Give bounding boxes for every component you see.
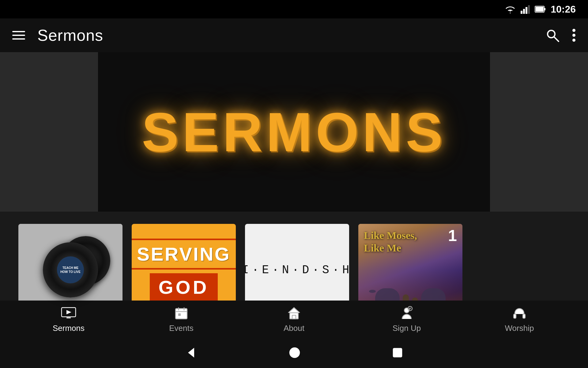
svg-line-8 [554,37,559,41]
signal-icon [521,5,530,14]
svg-point-9 [572,29,575,32]
bottom-nav: Sermons Events About [0,301,588,337]
person-speech-icon [400,306,414,320]
recent-apps-button[interactable] [392,347,403,358]
elephant-trunk-right [462,278,462,281]
page-title: Sermons [37,26,103,44]
svg-rect-0 [521,11,522,14]
svg-rect-1 [523,9,525,14]
back-button[interactable] [185,347,197,359]
nav-item-sermons[interactable]: Sermons [12,305,125,333]
search-button[interactable] [545,28,560,43]
nav-item-signup[interactable]: Sign Up [350,305,463,333]
svg-rect-30 [393,348,402,357]
headphones-icon [512,306,526,320]
signup-nav-label: Sign Up [393,324,421,333]
home-button[interactable] [289,347,300,358]
serving-text: SERVING [137,243,231,265]
vinyl-main: TEACH ME HOW TO LIVE [43,242,98,297]
system-nav-bar [0,337,588,368]
menu-button[interactable] [12,31,25,40]
hero-banner: SERMONS [0,52,588,212]
hero-title: SERMONS [142,100,446,164]
svg-rect-2 [526,7,527,14]
play-screen-icon [61,307,76,319]
god-filled-box: GOD [150,273,217,301]
more-vertical-icon [572,28,576,43]
about-nav-icon [286,305,302,321]
vinyl-label: TEACH ME HOW TO LIVE [57,256,84,283]
svg-point-10 [572,34,575,37]
worship-nav-icon [511,305,527,321]
elephant-trunk [369,290,376,293]
svg-marker-28 [188,348,194,358]
hero-side-right [490,52,588,212]
svg-rect-5 [544,8,545,10]
status-time: 10:26 [551,4,576,15]
svg-rect-27 [523,314,525,318]
app-bar-right [545,28,576,43]
app-bar-left: Sermons [12,26,103,44]
svg-rect-26 [514,314,516,318]
back-icon [185,347,197,359]
signup-nav-icon [399,305,415,321]
svg-rect-6 [536,7,544,12]
svg-point-11 [572,39,575,42]
friendship-text: F·R·I·E·N·D·S·H·I·P [245,263,349,277]
svg-rect-3 [528,5,530,14]
moses-title-text: Like Moses,Like Me [364,229,457,255]
status-icons: 10:26 [505,4,576,15]
moses-title-wrapper: Like Moses,Like Me 1 [364,229,457,255]
nav-item-events[interactable]: Events [125,305,238,333]
nav-item-about[interactable]: About [238,305,350,333]
search-icon [545,28,560,43]
svg-rect-15 [175,309,187,319]
sermons-nav-label: Sermons [53,324,85,333]
svg-marker-13 [66,310,71,314]
recent-apps-icon [392,347,403,358]
home-icon [287,306,301,320]
moses-episode-number: 1 [448,226,457,245]
svg-rect-19 [178,313,181,316]
svg-point-29 [290,348,300,358]
events-nav-icon [173,305,189,321]
hamburger-line [12,35,25,36]
hero-side-left [0,52,98,212]
sermons-nav-icon [61,305,77,321]
home-circle-icon [289,347,300,358]
battery-icon [535,5,546,13]
status-bar: 10:26 [0,0,588,18]
wifi-icon [505,5,516,13]
serving-border-box: SERVING [132,239,236,270]
more-options-button[interactable] [572,28,576,43]
vinyl-label-text: TEACH ME HOW TO LIVE [59,266,82,274]
god-text: GOD [158,276,209,298]
about-nav-label: About [284,324,304,333]
hamburger-line [12,31,25,32]
nav-item-worship[interactable]: Worship [463,305,576,333]
worship-nav-label: Worship [505,324,534,333]
hero-main: SERMONS [98,52,490,212]
svg-rect-21 [292,315,296,319]
svg-rect-14 [66,317,71,318]
hamburger-line [12,38,25,40]
app-bar: Sermons [0,18,588,52]
calendar-icon [174,306,188,320]
events-nav-label: Events [169,324,194,333]
